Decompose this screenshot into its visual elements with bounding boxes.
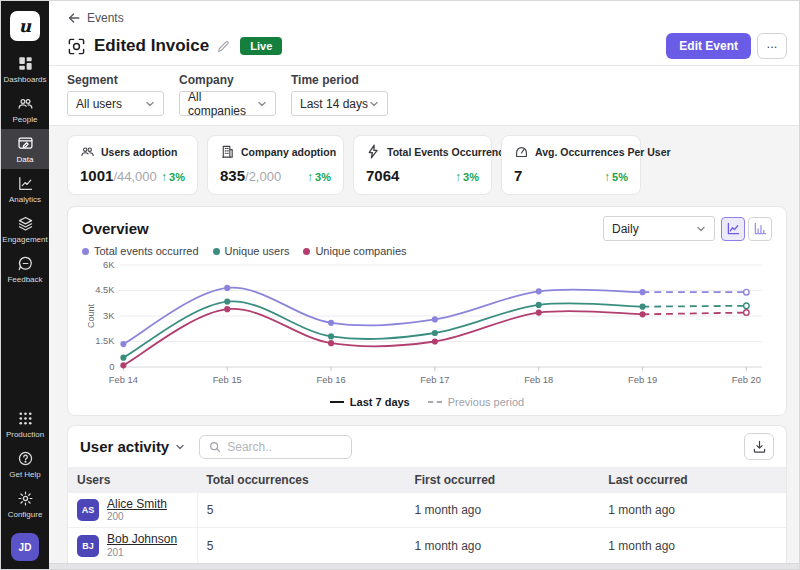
user-id: 201 xyxy=(107,547,177,559)
stat-card-value: 7064 xyxy=(366,167,399,184)
chevron-down-icon xyxy=(369,99,379,109)
column-header[interactable]: First occurred xyxy=(405,467,599,493)
column-header[interactable]: Users xyxy=(68,467,197,493)
edit-title-pencil-icon[interactable] xyxy=(217,40,230,53)
sidebar-item-feedback[interactable]: Feedback xyxy=(1,249,49,289)
sidebar-item-engagement[interactable]: Engagement xyxy=(1,209,49,249)
filter-select-2[interactable]: Last 14 days xyxy=(291,91,388,116)
chevron-down-icon xyxy=(257,99,267,109)
download-button[interactable] xyxy=(744,433,774,460)
sidebar-item-dashboards[interactable]: Dashboards xyxy=(1,49,49,89)
legend-item-0: Total events occurred xyxy=(82,245,199,257)
table-row[interactable]: BJ Bob Johnson 201 5 1 month ago 1 month… xyxy=(68,528,786,563)
bolt-icon xyxy=(366,144,381,159)
stat-card-total: /2,000 xyxy=(245,169,281,184)
sidebar-item-label: Dashboards xyxy=(3,75,46,84)
legend-dot xyxy=(82,248,89,255)
download-icon xyxy=(753,440,766,453)
current-period-label: Last 7 days xyxy=(350,396,410,408)
search-icon xyxy=(209,441,221,453)
sidebar-item-people[interactable]: People xyxy=(1,89,49,129)
sidebar-item-data[interactable]: Data xyxy=(1,129,49,169)
up-arrow-icon: ↑ xyxy=(455,170,461,184)
bar-chart-icon xyxy=(754,222,767,235)
line-chart-toggle[interactable] xyxy=(721,217,745,241)
live-status-badge: Live xyxy=(240,37,282,55)
filter-value: All users xyxy=(76,97,122,111)
column-header[interactable]: Last occurred xyxy=(599,467,786,493)
sidebar-item-label: Configure xyxy=(8,510,43,519)
svg-text:Count: Count xyxy=(86,303,96,328)
user-activity-dropdown[interactable]: User activity xyxy=(80,438,185,455)
app-window: u Dashboards People Data Analytics Engag… xyxy=(0,0,800,570)
sidebar-item-get-help[interactable]: Get Help xyxy=(1,444,49,484)
first-occurred-cell: 1 month ago xyxy=(405,493,599,528)
user-avatar[interactable]: JD xyxy=(11,533,39,561)
stat-card-total: /44,000 xyxy=(113,169,156,184)
overview-line-chart[interactable]: 01.5K3K4.5K6KFeb 14Feb 15Feb 16Feb 17Feb… xyxy=(82,257,772,393)
more-options-button[interactable]: ... xyxy=(757,33,787,59)
period-legend: Last 7 days Previous period xyxy=(82,393,772,411)
stat-card-label: Avg. Occurrences Per User xyxy=(535,146,671,158)
legend-label: Unique companies xyxy=(315,245,406,257)
sidebar-item-label: Data xyxy=(17,155,34,164)
sidebar-item-label: People xyxy=(13,115,38,124)
bottom-scroll-strip xyxy=(49,563,799,569)
last-occurred-cell: 1 month ago xyxy=(599,493,786,528)
table-row[interactable]: AS Alice Smith 200 5 1 month ago 1 month… xyxy=(68,493,786,528)
edit-event-button[interactable]: Edit Event xyxy=(666,33,751,59)
search-box[interactable] xyxy=(199,435,352,459)
stat-card-label: Users adoption xyxy=(101,146,177,158)
page-title: Edited Invoice xyxy=(94,36,209,56)
column-header[interactable]: Total occurrences xyxy=(197,467,405,493)
breadcrumb-back-events[interactable]: Events xyxy=(67,11,124,25)
user-avatar: AS xyxy=(77,499,99,521)
filter-select-0[interactable]: All users xyxy=(67,91,164,116)
title-actions: Edit Event ... xyxy=(666,33,787,59)
svg-text:4.5K: 4.5K xyxy=(95,284,115,295)
app-logo[interactable]: u xyxy=(10,11,40,41)
last-occurred-cell: 1 month ago xyxy=(599,528,786,563)
sidebar-item-production[interactable]: Production xyxy=(1,404,49,444)
user-name-link[interactable]: Alice Smith xyxy=(107,497,167,511)
filter-group-2: Time period Last 14 days xyxy=(291,73,388,116)
user-name-link[interactable]: Bob Johnson xyxy=(107,532,177,546)
svg-text:Feb 14: Feb 14 xyxy=(109,374,138,385)
overview-title: Overview xyxy=(82,220,149,237)
breadcrumb-label: Events xyxy=(87,11,124,25)
stat-card-label: Total Events Occurrence xyxy=(387,146,510,158)
stat-card-value-group: 7 xyxy=(514,167,522,185)
sidebar-item-analytics[interactable]: Analytics xyxy=(1,169,49,209)
sidebar-item-configure[interactable]: Configure xyxy=(1,484,49,524)
up-arrow-icon: ↑ xyxy=(604,170,610,184)
stat-card-1: Company adoption 835/2,000 ↑3% xyxy=(207,135,344,195)
stat-cards-row: Users adoption 1001/44,000 ↑3% Company a… xyxy=(67,135,787,195)
legend-dot xyxy=(213,248,220,255)
sidebar-item-label: Get Help xyxy=(9,470,41,479)
stat-card-value: 835 xyxy=(220,167,245,184)
filter-select-1[interactable]: All companies xyxy=(179,91,276,116)
bar-chart-toggle[interactable] xyxy=(748,217,772,241)
interval-select-value: Daily xyxy=(612,222,639,236)
interval-select[interactable]: Daily xyxy=(603,216,715,241)
filter-group-1: Company All companies xyxy=(179,73,276,116)
main-area: Events Edited Invoice Live Edit Event ..… xyxy=(49,1,799,569)
user-activity-table: UsersTotal occurrencesFirst occurredLast… xyxy=(68,467,786,569)
stat-card-label: Company adoption xyxy=(241,146,336,158)
occurrences-cell: 5 xyxy=(197,493,405,528)
user-activity-title: User activity xyxy=(80,438,169,455)
filter-bar: Segment All users Company All companies … xyxy=(49,65,799,126)
legend-label: Total events occurred xyxy=(94,245,199,257)
legend-item-1: Unique users xyxy=(213,245,290,257)
svg-text:Feb 20: Feb 20 xyxy=(732,374,761,385)
get-help-icon xyxy=(17,450,34,467)
user-avatar: BJ xyxy=(77,535,99,557)
configure-icon xyxy=(17,490,34,507)
sidebar-nav-top: Dashboards People Data Analytics Engagem… xyxy=(1,49,49,289)
overview-header: Overview Daily xyxy=(82,216,772,241)
overview-section: Overview Daily Total events occurred xyxy=(67,206,787,416)
app-logo-letter: u xyxy=(19,16,31,36)
search-input[interactable] xyxy=(227,440,342,454)
engagement-icon xyxy=(17,215,34,232)
filter-value: All companies xyxy=(188,90,257,118)
